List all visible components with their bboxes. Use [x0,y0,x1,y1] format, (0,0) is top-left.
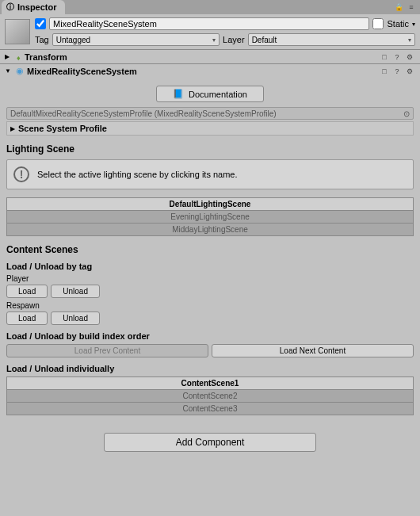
lock-icon[interactable]: 🔒 [393,2,404,13]
profile-object-field[interactable]: DefaultMixedRealitySceneSystemProfile (M… [6,107,414,120]
doc-icon: 📘 [173,89,184,99]
info-icon: ! [13,166,29,182]
component-body: 📘 Documentation DefaultMixedRealityScene… [0,78,420,422]
load-prev-button[interactable]: Load Prev Content [6,344,208,357]
content-section-title: Content Scenes [6,244,414,255]
lighting-info-box: ! Select the active lighting scene by cl… [6,159,414,189]
content-scene-list: ContentScene1 ContentScene2 ContentScene… [6,376,414,415]
load-button[interactable]: Load [6,312,48,325]
byindex-label: Load / Unload by build index order [6,331,414,341]
static-checkbox[interactable] [372,18,384,29]
profile-subheader-title: Scene System Profile [18,124,107,133]
transform-title: Transform [25,52,376,62]
add-component-button[interactable]: Add Component [104,433,317,452]
fold-icon: ▶ [5,53,13,60]
content-scene-row[interactable]: ContentScene1 [6,376,414,389]
lighting-scene-row[interactable]: DefaultLightingScene [6,197,414,210]
content-scene-row[interactable]: ContentScene2 [6,389,414,402]
help-icon[interactable]: ? [391,52,403,63]
active-checkbox[interactable] [35,18,46,29]
content-scene-row[interactable]: ContentScene3 [6,402,414,415]
static-dropdown-arrow[interactable]: ▾ [412,21,415,28]
gameobject-header: Static ▾ Tag Untagged Layer Default [0,14,420,49]
lighting-info-text: Select the active lighting scene by clic… [37,170,238,179]
profile-subheader[interactable]: ▶ Scene System Profile [6,121,414,136]
help-icon[interactable]: ? [391,66,403,77]
documentation-button[interactable]: 📘 Documentation [156,86,264,102]
transform-icon: ⬧ [16,52,21,62]
unload-button[interactable]: Unload [51,312,100,325]
lighting-scene-list: DefaultLightingScene EveningLightingScen… [6,197,414,236]
info-icon: ⓘ [6,2,14,13]
transform-header[interactable]: ▶ ⬧ Transform □ ? ⚙ [0,49,420,63]
load-next-button[interactable]: Load Next Content [212,344,414,357]
component-header[interactable]: ▼ ◉ MixedRealitySceneSystem □ ? ⚙ [0,63,420,78]
lighting-scene-row[interactable]: MiddayLightingScene [6,223,414,236]
component-title: MixedRealitySceneSystem [27,67,376,76]
individually-label: Load / Unload individually [6,364,414,373]
load-button[interactable]: Load [6,285,48,298]
doc-label: Documentation [189,90,247,99]
tag-dropdown[interactable]: Untagged [52,33,220,46]
fold-icon: ▼ [5,67,13,75]
gear-icon[interactable]: ⚙ [404,66,415,77]
tab-bar: ⓘ Inspector 🔒 ≡ [0,0,420,14]
gameobject-icon[interactable] [5,19,30,44]
lighting-section-title: Lighting Scene [6,143,414,155]
unload-button[interactable]: Unload [51,285,100,298]
gear-icon[interactable]: ⚙ [404,52,415,63]
tab-title: Inspector [17,2,57,12]
bytag-label: Load / Unload by tag [6,262,414,271]
lighting-scene-row[interactable]: EveningLightingScene [6,210,414,223]
static-label: Static [387,19,409,29]
menu-icon[interactable]: ≡ [406,2,417,13]
gameobject-name-input[interactable] [49,17,369,30]
component-icon: ◉ [16,66,24,76]
tag-name: Player [6,274,414,283]
inspector-tab[interactable]: ⓘ Inspector [2,0,65,14]
tag-name: Respawn [6,301,414,310]
reset-icon[interactable]: □ [379,66,390,77]
fold-icon: ▶ [10,125,15,132]
layer-label: Layer [223,35,245,44]
panel-options: 🔒 ≡ [393,2,420,13]
layer-dropdown[interactable]: Default [248,33,415,46]
reset-icon[interactable]: □ [379,52,390,63]
tag-label: Tag [35,35,49,44]
